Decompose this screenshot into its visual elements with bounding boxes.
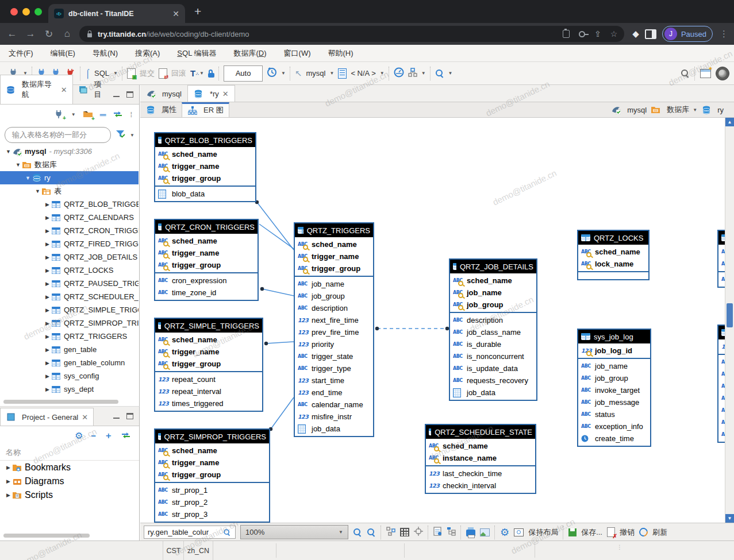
horizontal-scrollbar[interactable]	[3, 534, 90, 538]
entity-column[interactable]: ABCcalendar_name	[295, 399, 373, 411]
fit-page-icon[interactable]	[414, 527, 423, 538]
rollback-button[interactable]: 回滚	[171, 68, 186, 79]
project-item-scripts[interactable]: ▶Scripts	[0, 488, 139, 502]
expand-all-icon[interactable]: ＋	[104, 430, 113, 441]
entity-QRTZ_TRIGGERS[interactable]: QRTZ_TRIGGERSABCsched_nameABCtrigger_nam…	[294, 222, 374, 437]
entity-QRTZ_SCHEDULER_STATE[interactable]: QRTZ_SCHEDULER_STATEABCsched_nameABCinst…	[425, 424, 536, 494]
share-icon[interactable]: ⇪	[594, 29, 601, 38]
entity-header[interactable]: QRTZ_JOB_DETAILS	[450, 260, 536, 273]
entity-header[interactable]: QRTZ_TRIGGERS	[295, 223, 373, 237]
extensions-icon[interactable]: ◆	[632, 29, 639, 39]
expander-icon[interactable]: ▶	[44, 360, 51, 366]
settings-gear-icon[interactable]: ⚙	[75, 430, 83, 441]
entity-column[interactable]: ABCtrigger_name	[295, 250, 373, 262]
tree-item-sys-dept[interactable]: ▶sys_dept	[0, 383, 139, 396]
entity-column[interactable]: ABCsched_name	[450, 275, 536, 287]
entity-column[interactable]: ABCsched_name	[426, 440, 535, 452]
home-icon[interactable]: ⌂	[61, 28, 74, 40]
entity-header[interactable]: sys_job_log	[578, 330, 650, 343]
password-key-icon[interactable]	[579, 31, 585, 37]
collapse-all-icon[interactable]: −	[91, 431, 96, 441]
tree-item-qrtz-job-details[interactable]: ▶QRTZ_JOB_DETAILS	[0, 250, 139, 264]
expander-icon[interactable]: ▶	[44, 387, 51, 392]
print-icon[interactable]	[466, 530, 475, 536]
view-menu-icon[interactable]: ⁞	[130, 110, 132, 119]
diagram-layout-icon[interactable]	[386, 527, 395, 538]
entity-column[interactable]: ABCis_nonconcurrent	[450, 350, 536, 362]
tree-item--[interactable]: ▼表	[0, 184, 139, 198]
workspace-avatar-icon[interactable]	[716, 67, 729, 80]
entity-column[interactable]: ABCtrigger_name	[155, 457, 269, 469]
diagram-settings-icon[interactable]: ⚙	[500, 526, 509, 539]
horizontal-scrollbar[interactable]	[3, 400, 118, 404]
link-editor-icon[interactable]	[121, 431, 131, 441]
back-icon[interactable]: ←	[6, 28, 18, 40]
save-icon[interactable]	[568, 528, 577, 536]
statusbar-drag-handle[interactable]: ⋮	[617, 546, 619, 549]
screenshot-icon[interactable]	[514, 528, 524, 536]
maximize-window-button[interactable]	[34, 8, 42, 16]
quick-search-icon[interactable]	[681, 69, 690, 78]
tree-item-qrtz-fired-trigge[interactable]: ▶QRTZ_FIRED_TRIGGE	[0, 237, 139, 250]
entity-QRTZ_LOCKS[interactable]: QRTZ_LOCKSABCsched_nameABClock_name	[577, 230, 650, 280]
minimize-panel-icon[interactable]	[113, 418, 120, 420]
entity-column[interactable]: ABCtime_zone_id	[155, 287, 258, 299]
entity-column[interactable]: 123checkin_interval	[426, 480, 535, 492]
editor-tab-ry[interactable]: *ry✕	[187, 85, 235, 102]
entity-column[interactable]: 123job_log_id	[578, 345, 650, 357]
tab-close-icon[interactable]: ✕	[61, 86, 67, 94]
scroll-down-icon[interactable]: ▼	[725, 514, 734, 523]
clipboard-icon[interactable]	[563, 30, 570, 38]
project-item-diagrams[interactable]: ▶Diagrams	[0, 474, 139, 488]
entity-column[interactable]: 123prev_fire_time	[295, 326, 373, 338]
tree-item-qrtz-locks[interactable]: ▶QRTZ_LOCKS	[0, 264, 139, 277]
entity-header[interactable]: QRTZ_SCHEDULER_STATE	[426, 425, 535, 439]
browser-menu-icon[interactable]: ⋮	[720, 29, 728, 39]
entity-column[interactable]: ABCsched_name	[155, 148, 255, 160]
new-folder-icon[interactable]: +	[83, 110, 93, 120]
expander-icon[interactable]: ▶	[44, 347, 51, 353]
entity-column[interactable]: ABCsched_name	[155, 445, 269, 457]
entity-QRTZ_SIMPROP_TRIGGERS[interactable]: QRTZ_SIMPROP_TRIGGERSABCsched_nameABCtri…	[154, 428, 270, 523]
entity-column[interactable]: ABCtrigger_group	[295, 262, 373, 275]
tree-item-mysql[interactable]: ▼mysql - mysql:3306	[0, 145, 139, 158]
entity-header[interactable]: QRTZ_LOCKS	[578, 231, 648, 245]
active-schema-select[interactable]: < N/A >	[351, 69, 375, 78]
entity-column[interactable]: ABCsched_name	[155, 235, 258, 247]
tab-close-icon[interactable]: ✕	[82, 413, 88, 422]
entity-QRTZ_SIMPLE_TRIGGERS[interactable]: QRTZ_SIMPLE_TRIGGERSABCsched_nameABCtrig…	[154, 318, 263, 412]
transaction-log-icon[interactable]: T∴	[190, 68, 195, 78]
expander-icon[interactable]: ▶	[44, 334, 51, 339]
tree-item-qrtz-blob-trigge[interactable]: ▶QRTZ_BLOB_TRIGGE	[0, 198, 139, 211]
arrange-hierarchy-icon[interactable]	[447, 527, 456, 538]
close-window-button[interactable]	[10, 8, 18, 16]
chevron-down-icon[interactable]: ▼	[693, 107, 697, 113]
entity-column[interactable]: create_time	[578, 432, 650, 445]
expander-icon[interactable]: ▼	[14, 162, 22, 168]
entity-QRTZ_JOB_DETAILS[interactable]: QRTZ_JOB_DETAILSABCsched_nameABCjob_name…	[449, 258, 537, 401]
tree-item-sys-config[interactable]: ▶sys_config	[0, 369, 139, 383]
commit-button[interactable]: 提交	[140, 68, 155, 79]
expander-icon[interactable]: ▶	[44, 320, 51, 326]
forward-icon[interactable]: →	[24, 28, 37, 40]
scrollbar-thumb[interactable]	[727, 303, 733, 327]
editor-tab-mysql[interactable]: mysql	[140, 86, 187, 102]
maximize-panel-icon[interactable]	[126, 413, 133, 419]
entity-column[interactable]: ABCstr_prop_1	[155, 484, 269, 496]
tree-item-qrtz-simple-trigg[interactable]: ▶QRTZ_SIMPLE_TRIGG	[0, 303, 139, 316]
entity-column[interactable]: job_data	[450, 387, 536, 399]
entity-column[interactable]: 123priority	[295, 338, 373, 350]
subtab-ER图[interactable]: ER 图	[182, 102, 229, 118]
entity-column[interactable]: ABCdescription	[450, 314, 536, 326]
rollback-icon[interactable]: ⇄	[159, 68, 167, 79]
tab-close-icon[interactable]: ✕	[222, 90, 229, 98]
undo-button[interactable]: 撤销	[620, 527, 635, 538]
minimize-panel-icon[interactable]	[113, 96, 120, 99]
link-editor-icon[interactable]	[113, 110, 123, 120]
tree-item-qrtz-scheduler-s[interactable]: ▶QRTZ_SCHEDULER_S	[0, 290, 139, 303]
name-column-header[interactable]: 名称	[0, 445, 139, 461]
er-diagram-canvas[interactable]: QRTZ_BLOB_TRIGGERSABCsched_nameABCtrigge…	[140, 118, 734, 523]
entity-column[interactable]: ABCis_durable	[450, 338, 536, 350]
expander-icon[interactable]: ▼	[24, 175, 32, 181]
new-tab-button[interactable]: +	[194, 5, 201, 18]
